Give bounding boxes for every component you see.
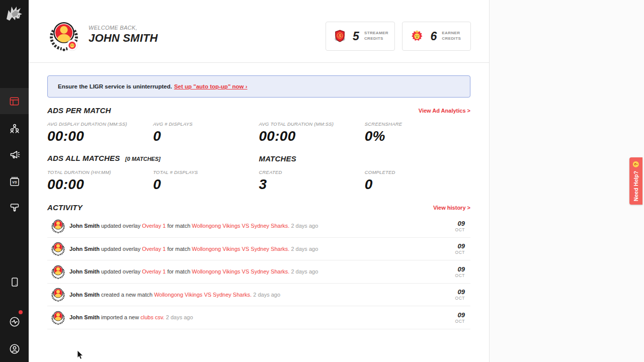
stat-avg-display-duration: AVG DISPLAY DURATION (MM:SS) 00:00 [47,121,153,144]
svg-text:?: ? [633,163,638,165]
dashboard-icon [9,96,20,107]
sidebar-item-design[interactable] [0,195,29,221]
sidebar-item-matches[interactable]: VS [0,168,29,195]
mouse-cursor [77,350,84,360]
activity-segment: updated overlay [100,223,142,229]
auto-topup-link[interactable]: Set up "auto top-up" now › [174,83,248,89]
second-section-headers: ADS ALL MATCHES [0 MATCHES] MATCHES [47,154,470,163]
user-avatar-badge [50,264,66,280]
welcome-label: WELCOME BACK, [89,25,158,31]
help-question-icon: ? [633,161,639,167]
section-title-matches: MATCHES [259,154,365,163]
activity-segment: created a new match [100,292,154,298]
activity-link[interactable]: Wollongong Vikings VS Sydney Sharks. [192,268,289,275]
activity-date: 09OCT [440,220,470,232]
activity-segment: John Smith [69,246,100,252]
streamer-credits-card[interactable]: S 5 STREAMER CREDITS [326,22,395,51]
user-avatar-badge [50,218,66,234]
activity-segment: for match [166,246,192,252]
stat-matches-completed: COMPLETED 0 [365,169,470,193]
activity-segment: imported a new [100,314,140,320]
view-ad-analytics-link[interactable]: View Ad Analytics > [419,108,470,114]
activity-text: John Smith updated overlay Overlay 1 for… [69,246,440,252]
activity-segment: 2 days ago [165,314,193,320]
activity-text: John Smith imported a new clubs csv. 2 d… [69,314,440,320]
activity-row: John Smith created a new match Wollongon… [47,284,470,307]
earner-lion-icon [410,28,424,45]
sidebar: VS [0,0,29,362]
need-help-label: Need Help? [633,170,639,201]
banner-text: Ensure the LIGR service is uninterrupted… [58,83,172,89]
sidebar-item-activity[interactable] [0,309,29,335]
streamer-credits-label: STREAMER CREDITS [364,31,388,42]
activity-date: 09OCT [440,311,470,324]
section-title-ads-per-match: ADS PER MATCH [47,106,111,115]
sidebar-item-devices[interactable] [0,269,29,295]
activity-date: 09OCT [440,242,470,255]
activity-pulse-icon [9,316,21,328]
sidebar-item-account[interactable] [0,336,29,362]
earner-credits-label: EARNER CREDITS [442,31,464,42]
sidebar-item-dashboard[interactable] [0,88,29,114]
devices-icon [9,276,21,288]
sidebar-item-ads[interactable] [0,142,29,168]
activity-segment: 2 days ago [289,246,318,252]
ads-per-match-stats: AVG DISPLAY DURATION (MM:SS) 00:00 AVG #… [47,121,470,144]
activity-segment: 2 days ago [289,268,318,275]
activity-link[interactable]: Wollongong Vikings VS Sydney Sharks. [154,292,252,298]
activity-segment: 2 days ago [252,292,280,298]
stat-total-duration: TOTAL DURATION (HH:MM) 00:00 [47,169,153,193]
svg-text:S: S [338,33,342,38]
user-avatar-badge [47,19,80,52]
sidebar-item-teams[interactable] [0,116,29,142]
activity-segment: John Smith [69,268,100,275]
activity-segment: John Smith [69,223,100,229]
activity-row: John Smith updated overlay Overlay 1 for… [47,238,470,261]
activity-link[interactable]: clubs csv. [140,314,164,320]
activity-link[interactable]: Overlay 1 [142,223,166,229]
topup-alert-banner: Ensure the LIGR service is uninterrupted… [47,75,470,98]
activity-text: John Smith created a new match Wollongon… [69,292,440,298]
activity-link[interactable]: Wollongong Vikings VS Sydney Sharks. [192,223,289,229]
activity-header: ACTIVITY View history > [47,203,470,212]
activity-segment: updated overlay [100,246,142,252]
mini-lion-badge [67,40,78,51]
view-history-link[interactable]: View history > [433,205,470,211]
activity-segment: for match [166,268,192,275]
activity-text: John Smith updated overlay Overlay 1 for… [69,223,440,229]
dashboard-content: Ensure the LIGR service is uninterrupted… [29,75,489,329]
earner-credits-card[interactable]: 6 EARNER CREDITS [402,22,471,51]
activity-date: 09OCT [440,265,470,278]
activity-segment: John Smith [69,314,100,320]
earner-credits-value: 6 [431,30,437,43]
ads-per-match-header: ADS PER MATCH View Ad Analytics > [47,106,470,115]
account-icon [9,343,21,355]
stat-avg-displays: AVG # DISPLAYS 0 [153,121,259,144]
section-title-ads-all-matches: ADS ALL MATCHES [0 MATCHES] [47,154,259,163]
activity-date: 09OCT [440,288,470,301]
stat-matches-created: CREATED 3 [259,169,365,193]
svg-text:VS: VS [12,180,17,184]
design-roller-icon [9,202,21,214]
stat-screenshare: SCREENSHARE 0% [365,121,470,144]
activity-list: John Smith updated overlay Overlay 1 for… [47,215,470,329]
ads-megaphone-icon [9,149,21,161]
activity-segment: for match [166,223,192,229]
activity-link[interactable]: Wollongong Vikings VS Sydney Sharks. [192,246,289,252]
user-avatar-badge [50,241,66,256]
section-title-activity: ACTIVITY [47,203,83,212]
main-panel: WELCOME BACK, JOHN SMITH S 5 STREAMER CR… [29,0,490,362]
matches-calendar-icon: VS [9,175,21,188]
teams-icon [9,123,21,135]
activity-text: John Smith updated overlay Overlay 1 for… [69,268,440,275]
activity-segment: updated overlay [100,268,142,275]
need-help-tab[interactable]: Need Help? ? [629,157,642,205]
activity-link[interactable]: Overlay 1 [142,246,166,252]
activity-segment: 2 days ago [289,223,318,229]
user-avatar-badge [50,310,66,325]
all-matches-stats: TOTAL DURATION (HH:MM) 00:00 TOTAL # DIS… [47,169,470,193]
stat-total-displays: TOTAL # DISPLAYS 0 [153,169,259,193]
activity-link[interactable]: Overlay 1 [142,268,166,275]
user-avatar-badge [50,287,66,302]
user-name: JOHN SMITH [89,32,158,45]
